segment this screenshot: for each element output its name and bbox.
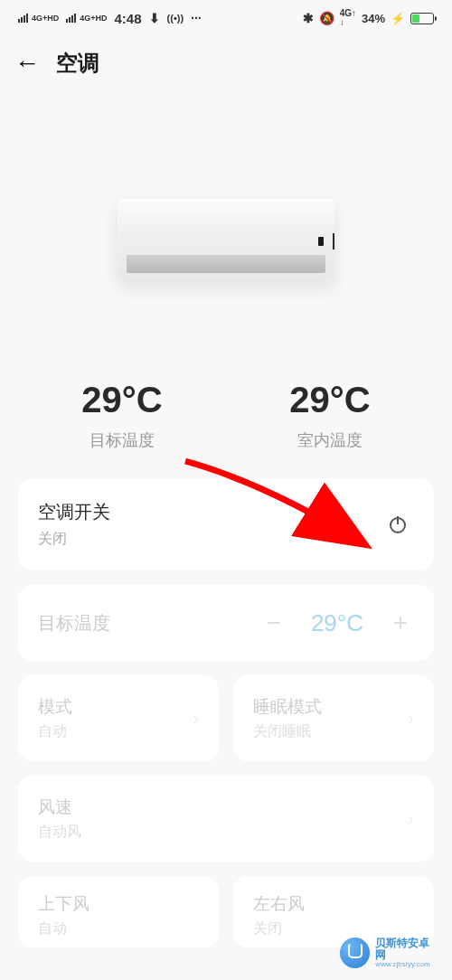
sleep-card[interactable]: 睡眠模式 关闭睡眠 › bbox=[233, 675, 434, 761]
status-left: 4G+HD 4G+HD 4:48 ⬇ ((•)) ··· bbox=[18, 11, 202, 26]
signal-1: 4G+HD bbox=[18, 14, 59, 23]
sleep-info: 睡眠模式 关闭睡眠 bbox=[253, 695, 322, 741]
power-title: 空调开关 bbox=[38, 500, 110, 524]
hswing-sub: 关闭 bbox=[253, 919, 305, 938]
chevron-right-icon: › bbox=[408, 808, 414, 829]
power-button[interactable] bbox=[381, 508, 414, 541]
temp-set-card[interactable]: 目标温度 − 29°C + bbox=[18, 585, 434, 661]
vswing-sub: 自动 bbox=[38, 919, 89, 938]
hswing-info: 左右风 关闭 bbox=[253, 892, 305, 938]
watermark-text: 贝斯特安卓网 bbox=[375, 938, 439, 961]
wind-info: 风速 自动风 bbox=[38, 796, 81, 842]
sleep-sub: 关闭睡眠 bbox=[253, 722, 322, 741]
status-time: 4:48 bbox=[115, 11, 142, 26]
ac-image bbox=[0, 90, 452, 344]
vswing-title: 上下风 bbox=[38, 892, 89, 916]
wind-sub: 自动风 bbox=[38, 823, 81, 842]
status-bar: 4G+HD 4G+HD 4:48 ⬇ ((•)) ··· ✱ 🔕 4G↑↓ 34… bbox=[0, 0, 452, 36]
battery-icon bbox=[410, 13, 434, 24]
temp-controls: − 29°C + bbox=[260, 608, 414, 637]
sleep-title: 睡眠模式 bbox=[253, 695, 322, 719]
chevron-right-icon: › bbox=[193, 708, 199, 729]
temp-set-value: 29°C bbox=[311, 609, 363, 637]
signal-bars-icon bbox=[18, 14, 28, 23]
watermark-url: www.zjbstyy.com bbox=[375, 961, 439, 969]
cards-area: 空调开关 关闭 目标温度 − 29°C + 模式 自动 › 睡眠模式 bbox=[0, 478, 452, 947]
power-state: 关闭 bbox=[38, 530, 110, 549]
hswing-title: 左右风 bbox=[253, 892, 305, 916]
mode-card[interactable]: 模式 自动 › bbox=[18, 675, 219, 761]
signal-2: 4G+HD bbox=[66, 14, 107, 23]
net-label-1: 4G+HD bbox=[32, 14, 59, 23]
power-icon bbox=[387, 514, 409, 535]
room-temp-value: 29°C bbox=[289, 380, 370, 420]
vswing-card[interactable]: 上下风 自动 bbox=[18, 876, 219, 947]
vswing-info: 上下风 自动 bbox=[38, 892, 89, 938]
temp-plus-button[interactable]: + bbox=[387, 608, 414, 637]
wind-title: 风速 bbox=[38, 796, 81, 819]
temp-set-label: 目标温度 bbox=[38, 611, 110, 636]
mode-title: 模式 bbox=[38, 695, 72, 719]
status-right: ✱ 🔕 4G↑↓ 34% ⚡ bbox=[303, 9, 434, 27]
net-label-2: 4G+HD bbox=[80, 14, 107, 23]
mode-info: 模式 自动 bbox=[38, 695, 72, 741]
data-icon: 4G↑↓ bbox=[340, 9, 356, 27]
signal-bars-icon bbox=[66, 14, 76, 23]
page-title: 空调 bbox=[56, 49, 99, 78]
ac-unit-icon bbox=[118, 199, 334, 280]
wind-card[interactable]: 风速 自动风 › bbox=[18, 776, 434, 862]
mode-sub: 自动 bbox=[38, 722, 72, 741]
dnd-icon: 🔕 bbox=[319, 11, 334, 25]
chevron-right-icon: › bbox=[408, 708, 414, 729]
charging-icon: ⚡ bbox=[391, 12, 405, 25]
power-info: 空调开关 关闭 bbox=[38, 500, 110, 549]
power-card[interactable]: 空调开关 关闭 bbox=[18, 478, 434, 570]
temp-minus-button[interactable]: − bbox=[260, 608, 287, 637]
watermark-icon bbox=[340, 938, 370, 968]
battery-percent: 34% bbox=[362, 12, 385, 25]
nav-header: ← 空调 bbox=[0, 36, 452, 90]
back-button[interactable]: ← bbox=[14, 51, 40, 76]
temps-row: 29°C 目标温度 29°C 室内温度 bbox=[0, 344, 452, 478]
room-temp-box: 29°C 室内温度 bbox=[289, 380, 370, 451]
target-temp-label: 目标温度 bbox=[81, 429, 162, 451]
download-icon: ⬇ bbox=[149, 11, 160, 25]
watermark: 贝斯特安卓网 www.zjbstyy.com bbox=[340, 938, 439, 969]
target-temp-value: 29°C bbox=[81, 380, 162, 420]
target-temp-box: 29°C 目标温度 bbox=[81, 380, 162, 451]
hotspot-icon: ((•)) bbox=[167, 13, 184, 24]
more-icon: ··· bbox=[191, 11, 202, 25]
bluetooth-icon: ✱ bbox=[303, 11, 314, 25]
room-temp-label: 室内温度 bbox=[289, 429, 370, 451]
